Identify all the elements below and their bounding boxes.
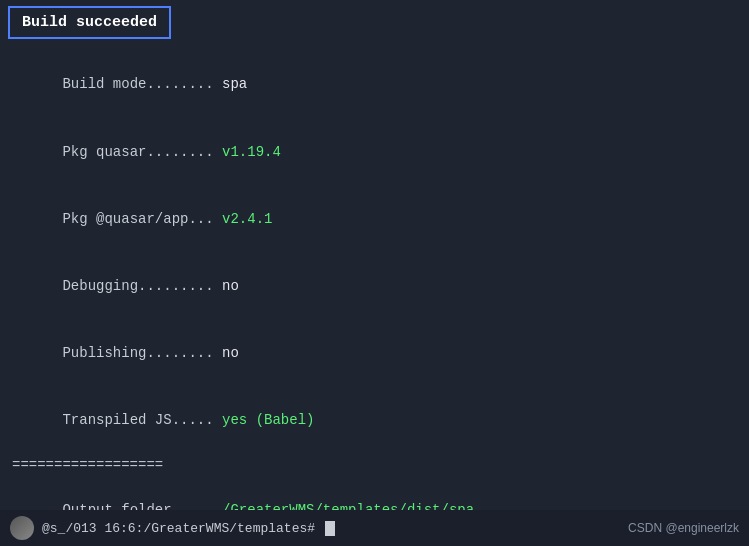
transpiled-label: Transpiled JS.....	[62, 412, 213, 428]
transpiled-line: Transpiled JS..... yes (Babel)	[12, 387, 737, 454]
build-mode-value: spa	[214, 76, 248, 92]
pkg-quasar-app-value: v2.4.1	[214, 211, 273, 227]
publishing-label: Publishing........	[62, 345, 213, 361]
publishing-line: Publishing........ no	[12, 320, 737, 387]
pkg-quasar-label: Pkg quasar........	[62, 144, 213, 160]
transpiled-value: yes (Babel)	[214, 412, 315, 428]
build-mode-label: Build mode........	[62, 76, 213, 92]
pkg-quasar-app-line: Pkg @quasar/app... v2.4.1	[12, 185, 737, 252]
publishing-value: no	[214, 345, 239, 361]
pkg-quasar-app-label: Pkg @quasar/app...	[62, 211, 213, 227]
bottom-bar: @s_/013 16:6:/GreaterWMS/templates# CSDN…	[0, 510, 749, 546]
build-header: Build succeeded	[0, 0, 749, 51]
watermark: CSDN @engineerlzk	[628, 521, 739, 535]
debugging-value: no	[214, 278, 239, 294]
prompt-text: @s_/013 16:6:/GreaterWMS/templates#	[42, 521, 315, 536]
debugging-line: Debugging......... no	[12, 253, 737, 320]
build-mode-line: Build mode........ spa	[12, 51, 737, 118]
cursor-block	[325, 521, 335, 536]
avatar	[10, 516, 34, 540]
separator-line: ==================	[12, 454, 737, 476]
pkg-quasar-line: Pkg quasar........ v1.19.4	[12, 118, 737, 185]
terminal-content: Build mode........ spa Pkg quasar.......…	[0, 51, 749, 546]
terminal-window: Build succeeded Build mode........ spa P…	[0, 0, 749, 546]
bottom-left: @s_/013 16:6:/GreaterWMS/templates#	[10, 516, 335, 540]
debugging-label: Debugging.........	[62, 278, 213, 294]
pkg-quasar-value: v1.19.4	[214, 144, 281, 160]
